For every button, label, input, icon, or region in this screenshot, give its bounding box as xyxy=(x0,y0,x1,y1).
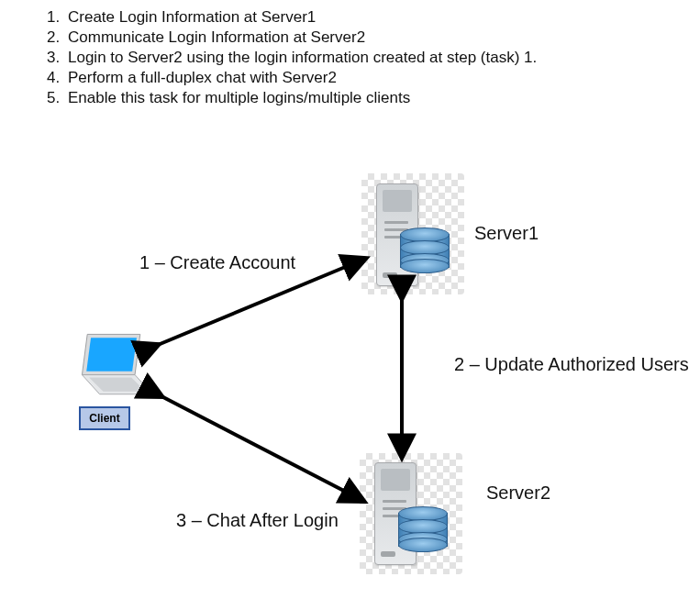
server2-label: Server2 xyxy=(486,483,550,504)
edge1-label: 1 – Create Account xyxy=(139,252,295,273)
edge3-label: 3 – Chat After Login xyxy=(176,510,339,531)
task-steps: Create Login Information at Server1 Comm… xyxy=(42,7,537,108)
step-5: Enable this task for multiple logins/mul… xyxy=(64,88,537,108)
client-label: Client xyxy=(79,406,130,430)
server1-label: Server1 xyxy=(474,223,539,244)
edge2-label: 2 – Update Authorized Users xyxy=(454,354,689,375)
svg-line-6 xyxy=(161,396,363,501)
step-3: Login to Server2 using the login informa… xyxy=(64,48,537,68)
step-1: Create Login Information at Server1 xyxy=(64,7,537,28)
step-4: Perform a full-duplex chat with Server2 xyxy=(64,68,537,88)
svg-marker-1 xyxy=(86,338,137,371)
step-2: Communicate Login Information at Server2 xyxy=(64,28,537,48)
laptop-icon xyxy=(70,330,158,402)
